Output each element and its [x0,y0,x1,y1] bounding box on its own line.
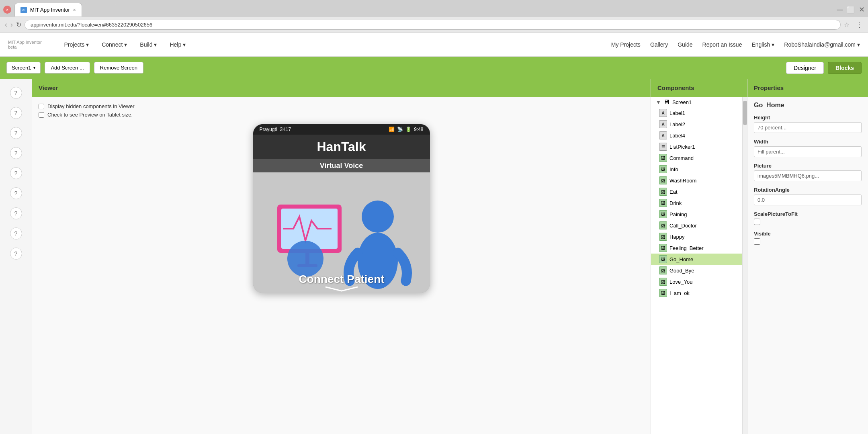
left-icon-5[interactable]: ? [10,167,22,179]
bookmark-icon[interactable]: ☆ [844,21,850,29]
screen-icon: 🖥 [663,98,670,106]
tree-happy[interactable]: 🖼 Happy [651,231,742,242]
image-icon: 🖼 [659,165,667,173]
window-close-button[interactable]: ✕ [859,5,865,14]
left-panel: ? ? ? ? ? ? ? ? ? [0,79,32,434]
tree-paining[interactable]: 🖼 Paining [651,209,742,220]
close-tab-x-icon[interactable]: × [3,6,11,14]
tree-love-you[interactable]: 🖼 Love_You [651,276,742,287]
forward-button[interactable]: › [10,20,13,29]
left-icon-4[interactable]: ? [10,147,22,159]
left-icon-3[interactable]: ? [10,127,22,139]
prop-rotation-input[interactable] [754,194,862,205]
prop-scale-label: ScalePictureToFit [754,211,862,217]
toolbar-right: Designer Blocks [786,62,862,74]
left-icon-6[interactable]: ? [10,187,22,199]
tree-label2[interactable]: A Label2 [651,119,742,130]
prop-visible-checkbox[interactable] [754,238,760,245]
display-hidden-checkbox[interactable] [39,104,44,109]
left-icon-9[interactable]: ? [10,248,22,260]
browser-chrome: × AI MIT App Inventor × ─ ⬜ ✕ ‹ › ↻ ☆ ⋮ [0,0,868,33]
screen-selector[interactable]: Screen1 ▾ [6,62,41,74]
components-scrollbar[interactable] [742,97,747,434]
image-icon: 🖼 [659,266,667,274]
remove-screen-button[interactable]: Remove Screen [94,62,143,74]
components-tree: ▼ 🖥 Screen1 A Label1 A Label2 A Label [651,97,742,434]
tablet-preview-checkbox[interactable] [39,112,44,118]
address-bar: ‹ › ↻ ☆ ⋮ [0,17,868,32]
tree-info[interactable]: 🖼 Info [651,164,742,175]
tree-screen1[interactable]: ▼ 🖥 Screen1 [651,97,742,107]
nav-help[interactable]: Help ▾ [163,33,192,57]
left-icon-8[interactable]: ? [10,227,22,240]
hantalk-title: HanTalk [258,139,425,154]
properties-content: Go_Home Height Width Picture RotationAng… [747,97,868,255]
tree-label4[interactable]: A Label4 [651,130,742,141]
nav-user[interactable]: RoboShalaIndia@gmail.com ▾ [784,41,860,48]
phone-status-icons: 📶 📡 🔋 9:48 [389,127,423,132]
phone-image-area: Connect Patient [253,172,430,293]
designer-button[interactable]: Designer [786,62,824,74]
tree-call-doctor[interactable]: 🖼 Call_Doctor [651,220,742,231]
tab-close-button[interactable]: × [73,7,76,13]
maximize-button[interactable]: ⬜ [847,6,855,14]
image-icon: 🖼 [659,154,667,162]
nav-build[interactable]: Build ▾ [133,33,163,57]
svg-point-5 [287,241,323,277]
prop-visible-checkbox-row [754,238,862,245]
tablet-preview-option[interactable]: Check to see Preview on Tablet size. [39,112,644,118]
battery-icon: 🔋 [405,127,411,132]
tree-label1[interactable]: A Label1 [651,107,742,119]
properties-panel: Properties Go_Home Height Width Picture … [747,79,868,434]
prop-picture-input[interactable] [754,170,862,181]
nav-my-projects[interactable]: My Projects [611,41,641,48]
tree-feeling-better[interactable]: 🖼 Feeling_Better [651,242,742,254]
viewer-header: Viewer [32,79,651,97]
tree-eat[interactable]: 🖼 Eat [651,186,742,197]
nav-right: My Projects Gallery Guide Report an Issu… [611,41,860,48]
tree-i-am-ok[interactable]: 🖼 I_am_ok [651,287,742,299]
nav-guide[interactable]: Guide [678,41,692,48]
tree-listpicker1[interactable]: ☰ ListPicker1 [651,141,742,152]
nav-gallery[interactable]: Gallery [650,41,668,48]
address-input[interactable] [25,20,841,30]
prop-width-label: Width [754,139,862,145]
tree-good-bye[interactable]: 🖼 Good_Bye [651,265,742,276]
left-icon-1[interactable]: ? [10,87,22,99]
tree-go-home[interactable]: 🖼 Go_Home [651,254,742,265]
image-icon: 🖼 [659,244,667,252]
tree-drink[interactable]: 🖼 Drink [651,197,742,209]
tree-washroom[interactable]: 🖼 WashRoom [651,175,742,186]
minimize-button[interactable]: ─ [837,5,843,14]
nav-items: Projects ▾ Connect ▾ Build ▾ Help ▾ [58,33,611,57]
add-screen-button[interactable]: Add Screen ... [45,62,90,74]
prop-height-group: Height [754,115,862,133]
toolbar: Screen1 ▾ Add Screen ... Remove Screen D… [0,57,868,79]
browser-tab[interactable]: AI MIT App Inventor × [14,3,82,16]
back-button[interactable]: ‹ [5,20,7,29]
prop-rotation-group: RotationAngle [754,187,862,205]
display-hidden-option[interactable]: Display hidden components in Viewer [39,103,644,109]
left-icon-7[interactable]: ? [10,207,22,219]
svg-text:Connect Patient: Connect Patient [299,273,384,285]
scrollbar-thumb[interactable] [743,101,747,125]
refresh-button[interactable]: ↻ [16,21,21,29]
prop-width-input[interactable] [754,146,862,157]
nav-language[interactable]: English ▾ [751,41,774,48]
prop-scale-checkbox[interactable] [754,219,760,225]
nav-projects[interactable]: Projects ▾ [58,33,96,57]
components-tree-container: ▼ 🖥 Screen1 A Label1 A Label2 A Label [651,97,747,434]
viewer-options: Display hidden components in Viewer Chec… [39,103,644,118]
menu-icon[interactable]: ⋮ [856,20,863,29]
prop-picture-group: Picture [754,163,862,181]
prop-height-input[interactable] [754,122,862,133]
components-panel: Components ▼ 🖥 Screen1 A Label1 A Label [651,79,747,434]
blocks-button[interactable]: Blocks [828,62,862,74]
viewer-content: Display hidden components in Viewer Chec… [32,97,651,299]
tree-command[interactable]: 🖼 Command [651,152,742,164]
left-icon-2[interactable]: ? [10,107,22,119]
phone-app-name: Prayugti_2K17 [260,127,291,132]
nav-connect[interactable]: Connect ▾ [95,33,133,57]
nav-report-issue[interactable]: Report an Issue [702,41,742,48]
prop-visible-label: Visible [754,231,862,237]
